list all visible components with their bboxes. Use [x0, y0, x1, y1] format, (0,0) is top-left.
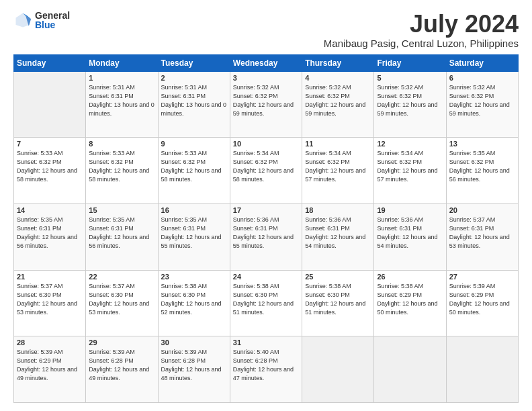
day-number: 19: [377, 206, 443, 214]
day-info: Sunrise: 5:31 AMSunset: 6:31 PMDaylight:…: [161, 83, 227, 118]
day-info: Sunrise: 5:32 AMSunset: 6:32 PMDaylight:…: [449, 83, 515, 118]
cell-w4-d6: 27Sunrise: 5:39 AMSunset: 6:29 PMDayligh…: [446, 270, 518, 336]
day-number: 23: [161, 273, 227, 281]
subtitle: Manibaug Pasig, Central Luzon, Philippin…: [324, 38, 519, 49]
logo-general-text: General: [35, 11, 70, 20]
week-row-3: 14Sunrise: 5:35 AMSunset: 6:31 PMDayligh…: [14, 203, 519, 270]
day-info: Sunrise: 5:32 AMSunset: 6:32 PMDaylight:…: [233, 83, 299, 118]
logo-icon: [13, 11, 32, 30]
col-wednesday: Wednesday: [230, 54, 302, 71]
day-info: Sunrise: 5:38 AMSunset: 6:30 PMDaylight:…: [233, 282, 299, 317]
day-info: Sunrise: 5:38 AMSunset: 6:30 PMDaylight:…: [161, 282, 227, 317]
cell-w4-d1: 22Sunrise: 5:37 AMSunset: 6:30 PMDayligh…: [86, 270, 158, 336]
day-info: Sunrise: 5:35 AMSunset: 6:31 PMDaylight:…: [89, 216, 154, 250]
day-info: Sunrise: 5:35 AMSunset: 6:31 PMDaylight:…: [161, 216, 227, 250]
day-info: Sunrise: 5:39 AMSunset: 6:28 PMDaylight:…: [161, 348, 227, 383]
cell-w4-d0: 21Sunrise: 5:37 AMSunset: 6:30 PMDayligh…: [14, 270, 86, 336]
cell-w1-d0: [14, 71, 86, 138]
cell-w3-d3: 17Sunrise: 5:36 AMSunset: 6:31 PMDayligh…: [230, 203, 302, 270]
cell-w5-d2: 30Sunrise: 5:39 AMSunset: 6:28 PMDayligh…: [158, 336, 230, 403]
day-info: Sunrise: 5:34 AMSunset: 6:32 PMDaylight:…: [233, 149, 299, 184]
day-number: 7: [17, 140, 83, 148]
logo: General Blue: [13, 11, 70, 30]
cell-w1-d5: 5Sunrise: 5:32 AMSunset: 6:32 PMDaylight…: [374, 71, 446, 138]
day-number: 22: [89, 273, 154, 281]
day-number: 17: [233, 206, 299, 214]
cell-w3-d4: 18Sunrise: 5:36 AMSunset: 6:31 PMDayligh…: [302, 203, 374, 270]
cell-w2-d3: 10Sunrise: 5:34 AMSunset: 6:32 PMDayligh…: [230, 138, 302, 204]
cell-w2-d5: 12Sunrise: 5:34 AMSunset: 6:32 PMDayligh…: [374, 138, 446, 204]
cell-w1-d3: 3Sunrise: 5:32 AMSunset: 6:32 PMDaylight…: [230, 71, 302, 138]
logo-text: General Blue: [35, 11, 70, 30]
col-sunday: Sunday: [14, 54, 86, 71]
day-info: Sunrise: 5:34 AMSunset: 6:32 PMDaylight:…: [377, 149, 443, 184]
cell-w3-d1: 15Sunrise: 5:35 AMSunset: 6:31 PMDayligh…: [86, 203, 158, 270]
cell-w5-d0: 28Sunrise: 5:39 AMSunset: 6:29 PMDayligh…: [14, 336, 86, 403]
day-info: Sunrise: 5:33 AMSunset: 6:32 PMDaylight:…: [89, 149, 154, 184]
cell-w2-d1: 8Sunrise: 5:33 AMSunset: 6:32 PMDaylight…: [86, 138, 158, 204]
day-info: Sunrise: 5:39 AMSunset: 6:28 PMDaylight:…: [89, 348, 154, 383]
day-info: Sunrise: 5:36 AMSunset: 6:31 PMDaylight:…: [377, 216, 443, 250]
logo-blue-text: Blue: [35, 20, 70, 30]
cell-w2-d2: 9Sunrise: 5:33 AMSunset: 6:32 PMDaylight…: [158, 138, 230, 204]
calendar-body: 1Sunrise: 5:31 AMSunset: 6:31 PMDaylight…: [14, 71, 519, 402]
day-info: Sunrise: 5:39 AMSunset: 6:29 PMDaylight:…: [449, 282, 515, 317]
week-row-1: 1Sunrise: 5:31 AMSunset: 6:31 PMDaylight…: [14, 71, 519, 138]
cell-w2-d0: 7Sunrise: 5:33 AMSunset: 6:32 PMDaylight…: [14, 138, 86, 204]
cell-w3-d0: 14Sunrise: 5:35 AMSunset: 6:31 PMDayligh…: [14, 203, 86, 270]
day-number: 30: [161, 338, 227, 347]
day-info: Sunrise: 5:33 AMSunset: 6:32 PMDaylight:…: [17, 149, 83, 184]
col-friday: Friday: [374, 54, 446, 71]
day-number: 8: [89, 140, 154, 148]
day-number: 5: [377, 74, 443, 82]
day-number: 24: [233, 273, 299, 281]
calendar-table: Sunday Monday Tuesday Wednesday Thursday…: [13, 54, 519, 403]
day-number: 11: [305, 140, 371, 148]
cell-w4-d4: 25Sunrise: 5:38 AMSunset: 6:30 PMDayligh…: [302, 270, 374, 336]
day-info: Sunrise: 5:32 AMSunset: 6:32 PMDaylight:…: [305, 83, 371, 118]
col-saturday: Saturday: [446, 54, 518, 71]
week-row-2: 7Sunrise: 5:33 AMSunset: 6:32 PMDaylight…: [14, 138, 519, 204]
col-monday: Monday: [86, 54, 158, 71]
page: General Blue July 2024 Manibaug Pasig, C…: [0, 0, 532, 411]
day-number: 21: [17, 273, 83, 281]
day-number: 9: [161, 140, 227, 148]
cell-w3-d6: 20Sunrise: 5:37 AMSunset: 6:31 PMDayligh…: [446, 203, 518, 270]
day-info: Sunrise: 5:33 AMSunset: 6:32 PMDaylight:…: [161, 149, 227, 184]
day-number: 26: [377, 273, 443, 281]
day-number: 20: [449, 206, 515, 214]
cell-w4-d5: 26Sunrise: 5:38 AMSunset: 6:29 PMDayligh…: [374, 270, 446, 336]
cell-w4-d3: 24Sunrise: 5:38 AMSunset: 6:30 PMDayligh…: [230, 270, 302, 336]
cell-w1-d4: 4Sunrise: 5:32 AMSunset: 6:32 PMDaylight…: [302, 71, 374, 138]
title-section: July 2024 Manibaug Pasig, Central Luzon,…: [324, 11, 519, 49]
day-info: Sunrise: 5:38 AMSunset: 6:29 PMDaylight:…: [377, 282, 443, 317]
cell-w5-d5: [374, 336, 446, 403]
day-info: Sunrise: 5:36 AMSunset: 6:31 PMDaylight:…: [233, 216, 299, 250]
cell-w3-d2: 16Sunrise: 5:35 AMSunset: 6:31 PMDayligh…: [158, 203, 230, 270]
day-number: 28: [17, 338, 83, 347]
day-number: 4: [305, 74, 371, 82]
cell-w1-d2: 2Sunrise: 5:31 AMSunset: 6:31 PMDaylight…: [158, 71, 230, 138]
day-info: Sunrise: 5:40 AMSunset: 6:28 PMDaylight:…: [233, 348, 299, 383]
day-info: Sunrise: 5:37 AMSunset: 6:30 PMDaylight:…: [17, 282, 83, 317]
cell-w1-d1: 1Sunrise: 5:31 AMSunset: 6:31 PMDaylight…: [86, 71, 158, 138]
day-number: 25: [305, 273, 371, 281]
header-row: Sunday Monday Tuesday Wednesday Thursday…: [14, 54, 519, 71]
day-info: Sunrise: 5:36 AMSunset: 6:31 PMDaylight:…: [305, 216, 371, 250]
cell-w5-d6: [446, 336, 518, 403]
col-tuesday: Tuesday: [158, 54, 230, 71]
day-number: 2: [161, 74, 227, 82]
main-title: July 2024: [324, 11, 519, 38]
day-info: Sunrise: 5:35 AMSunset: 6:32 PMDaylight:…: [449, 149, 515, 184]
cell-w3-d5: 19Sunrise: 5:36 AMSunset: 6:31 PMDayligh…: [374, 203, 446, 270]
day-info: Sunrise: 5:31 AMSunset: 6:31 PMDaylight:…: [89, 83, 154, 118]
day-number: 18: [305, 206, 371, 214]
cell-w2-d4: 11Sunrise: 5:34 AMSunset: 6:32 PMDayligh…: [302, 138, 374, 204]
calendar-header: Sunday Monday Tuesday Wednesday Thursday…: [14, 54, 519, 71]
day-number: 12: [377, 140, 443, 148]
day-number: 13: [449, 140, 515, 148]
cell-w5-d4: [302, 336, 374, 403]
day-number: 16: [161, 206, 227, 214]
day-info: Sunrise: 5:38 AMSunset: 6:30 PMDaylight:…: [305, 282, 371, 317]
day-info: Sunrise: 5:35 AMSunset: 6:31 PMDaylight:…: [17, 216, 83, 250]
